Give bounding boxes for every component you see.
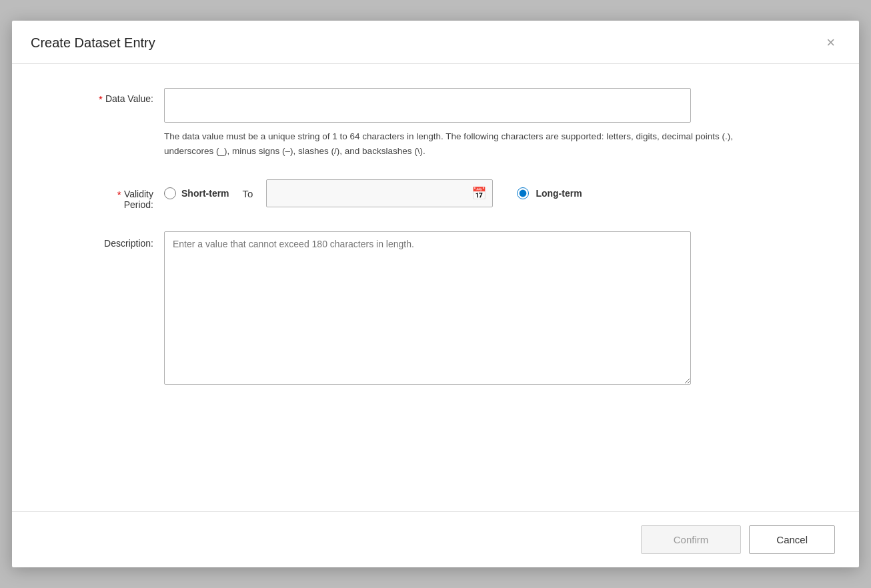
long-term-option[interactable]: Long-term <box>517 187 582 199</box>
description-label-text: Description: <box>104 238 153 249</box>
date-input[interactable] <box>266 179 493 207</box>
short-term-radio[interactable] <box>164 187 176 199</box>
validity-period-label: * ValidityPeriod: <box>44 179 164 210</box>
long-term-radio[interactable] <box>517 187 529 199</box>
data-value-input[interactable] <box>164 88 691 123</box>
description-label: Description: <box>44 231 164 249</box>
validity-label-text: ValidityPeriod: <box>124 189 153 210</box>
validity-options: Short-term To 📅 Long-term <box>164 179 827 207</box>
cancel-button[interactable]: Cancel <box>749 525 835 554</box>
validity-period-row: * ValidityPeriod: Short-term To 📅 <box>44 179 827 210</box>
confirm-button[interactable]: Confirm <box>641 525 742 554</box>
required-star: * <box>99 93 103 105</box>
modal-body: * Data Value: The data value must be a u… <box>12 64 859 511</box>
data-value-hint: The data value must be a unique string o… <box>164 129 758 158</box>
modal-header: Create Dataset Entry × <box>12 21 859 64</box>
short-term-option[interactable]: Short-term <box>164 187 229 199</box>
modal-footer: Confirm Cancel <box>12 511 859 567</box>
date-input-wrapper: 📅 <box>266 179 493 207</box>
close-button[interactable]: × <box>821 33 840 53</box>
description-textarea[interactable] <box>164 231 691 385</box>
to-label: To <box>243 188 253 199</box>
modal-dialog: Create Dataset Entry × * Data Value: The… <box>12 21 859 567</box>
data-value-row: * Data Value: The data value must be a u… <box>44 88 827 158</box>
modal-title: Create Dataset Entry <box>31 35 155 51</box>
data-value-label-text: Data Value: <box>105 93 153 104</box>
data-value-content: The data value must be a unique string o… <box>164 88 827 158</box>
modal-overlay: Create Dataset Entry × * Data Value: The… <box>0 0 871 588</box>
validity-required-star: * <box>117 189 121 200</box>
description-content <box>164 231 827 387</box>
validity-period-content: Short-term To 📅 Long-term <box>164 179 827 207</box>
description-row: Description: <box>44 231 827 387</box>
short-term-label: Short-term <box>181 188 229 199</box>
data-value-label: * Data Value: <box>44 88 164 105</box>
long-term-label: Long-term <box>536 188 582 199</box>
